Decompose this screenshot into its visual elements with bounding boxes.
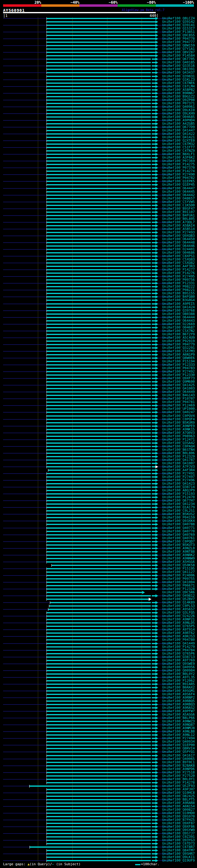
hit-label[interactable]: UniRef100_P27518	[162, 771, 195, 774]
hit-label[interactable]: UniRef100_Q39831	[162, 74, 195, 78]
hit-label[interactable]: UniRef100_Q39768	[162, 309, 195, 312]
hsp-bar	[47, 806, 156, 807]
hit-label[interactable]: UniRef100_O48657	[162, 197, 195, 200]
gap-marker	[151, 96, 152, 97]
hit-label[interactable]: UniRef100_C1K5D0	[162, 204, 195, 207]
hit-label[interactable]: UniRef100_O64443	[162, 319, 195, 322]
hsp-bar	[47, 796, 156, 797]
hit-label[interactable]: UniRef100_C0PQD7	[162, 540, 195, 543]
hit-label[interactable]: UniRef100_Q19UF9	[162, 859, 195, 862]
hit-label[interactable]: UniRef100_Q1EP45	[162, 183, 195, 186]
hit-label[interactable]: UniRef100_B2BAK8	[162, 764, 195, 767]
hsp-start-tick	[46, 792, 47, 795]
hit-label[interactable]: UniRef100_Q1KLZ3	[162, 78, 195, 81]
hit-label[interactable]: UniRef100_Q40247	[162, 410, 195, 414]
hsp-start-tick	[46, 727, 47, 730]
gap-marker	[151, 531, 152, 532]
gap-marker	[151, 830, 152, 831]
gap-marker	[151, 347, 152, 348]
hsp-bar	[47, 127, 156, 128]
hit-label[interactable]: UniRef100_Q43437	[162, 71, 195, 74]
hit-label[interactable]: UniRef100_Q5PYQ1	[162, 750, 195, 753]
direction-arrow-icon	[156, 479, 158, 482]
scale-label-100: ~100%	[183, 0, 194, 5]
hsp-start-tick	[46, 635, 47, 638]
hsp-bar	[47, 480, 156, 481]
hit-label[interactable]: UniRef100_P14279	[162, 645, 195, 648]
hsp-start-tick	[46, 489, 47, 492]
hsp-start-tick	[46, 235, 47, 238]
hit-label[interactable]: UniRef100_P04784	[162, 648, 195, 652]
hit-label[interactable]: UniRef100_Q41449	[162, 642, 195, 645]
hit-label[interactable]: UniRef100_C0PQV4	[162, 414, 195, 417]
hit-label[interactable]: UniRef100_O64447	[162, 187, 195, 190]
hit-label[interactable]: UniRef100_C6TLM4	[162, 85, 195, 88]
hit-label[interactable]: UniRef100_B3G0G4	[162, 298, 195, 302]
hit-label[interactable]: UniRef100_B5KUR9	[162, 421, 195, 424]
direction-arrow-icon	[156, 278, 158, 281]
hit-label[interactable]: UniRef100_Q40769	[162, 533, 195, 536]
hit-label[interactable]: UniRef100_A9PEI5	[162, 302, 195, 305]
hit-label[interactable]: UniRef100_P04780	[162, 638, 195, 641]
hit-label[interactable]: UniRef100_Q38713	[162, 655, 195, 659]
hsp-bar	[47, 568, 156, 569]
direction-arrow-icon	[156, 448, 158, 452]
hit-label[interactable]: UniRef100_A9NPD6	[162, 767, 195, 771]
gap-marker	[151, 388, 152, 389]
hsp-start-tick	[46, 17, 47, 20]
direction-arrow-icon	[156, 618, 158, 621]
direction-arrow-icon	[156, 190, 158, 193]
hit-label[interactable]: UniRef100_Q41424	[162, 305, 195, 309]
hsp-bar	[47, 384, 156, 386]
hit-label[interactable]: UniRef100_O64445	[162, 190, 195, 193]
hsp-start-tick	[46, 456, 47, 458]
hit-label[interactable]: UniRef100_Q41617	[162, 754, 195, 757]
gap-marker	[151, 833, 152, 834]
hit-label[interactable]: UniRef100_B5KUT3	[162, 543, 195, 547]
hit-label[interactable]: UniRef100_Q40788	[162, 523, 195, 526]
direction-arrow-icon	[156, 845, 158, 848]
hit-label[interactable]: UniRef100_C5YVW5	[162, 200, 195, 204]
hit-label[interactable]: UniRef100_A9NPE9	[162, 424, 195, 428]
hsp-bar	[47, 351, 156, 352]
hsp-bar	[47, 490, 156, 491]
hit-label[interactable]: UniRef100_Q40770	[162, 530, 195, 533]
hsp-bar	[47, 595, 156, 596]
hsp-bar	[47, 792, 156, 794]
direction-arrow-icon	[156, 102, 158, 105]
direction-arrow-icon	[156, 119, 158, 122]
hsp-start-tick	[46, 31, 47, 34]
hsp-bar	[47, 497, 156, 498]
hit-label[interactable]: UniRef100_A9T769	[162, 659, 195, 662]
direction-arrow-icon	[156, 380, 158, 383]
hsp-bar	[47, 239, 156, 240]
direction-arrow-icon	[156, 774, 158, 777]
hit-label[interactable]: UniRef100_Q765P6	[162, 652, 195, 655]
gap-marker	[151, 520, 152, 522]
scale-label-60: ~60%	[109, 0, 118, 5]
hit-label[interactable]: UniRef100_A9NK15	[162, 428, 195, 431]
hit-label[interactable]: UniRef100_A7Q0V3	[162, 431, 195, 434]
hit-label[interactable]: UniRef100_O80388	[162, 312, 195, 316]
hit-label[interactable]: UniRef100_O64444	[162, 316, 195, 319]
hsp-start-tick	[46, 245, 47, 248]
direction-arrow-icon	[156, 608, 158, 611]
hit-label[interactable]: UniRef100_C0PQF4	[162, 417, 195, 421]
hit-label[interactable]: UniRef100_B9RN67	[162, 91, 195, 95]
hsp-start-tick	[46, 486, 47, 489]
gap-marker	[151, 154, 152, 155]
hsp-start-tick	[46, 133, 47, 135]
hit-label[interactable]: UniRef100_O64442	[162, 193, 195, 197]
hit-label[interactable]: UniRef100_B9T0C1	[162, 761, 195, 764]
hit-label[interactable]: UniRef100_Q40771	[162, 526, 195, 530]
hsp-start-tick	[46, 350, 47, 353]
hsp-bar	[47, 164, 156, 165]
hit-label[interactable]: UniRef100_Q40761	[162, 536, 195, 540]
hsp-start-tick	[46, 105, 47, 108]
hit-label[interactable]: UniRef100_A5BPB2	[162, 88, 195, 91]
hsp-start-tick	[46, 327, 47, 329]
direction-arrow-icon	[156, 177, 158, 180]
hit-label[interactable]: UniRef100_C6TNE6	[162, 81, 195, 85]
direction-arrow-icon	[156, 92, 158, 95]
hit-label[interactable]: UniRef100_Q40065	[162, 757, 195, 761]
